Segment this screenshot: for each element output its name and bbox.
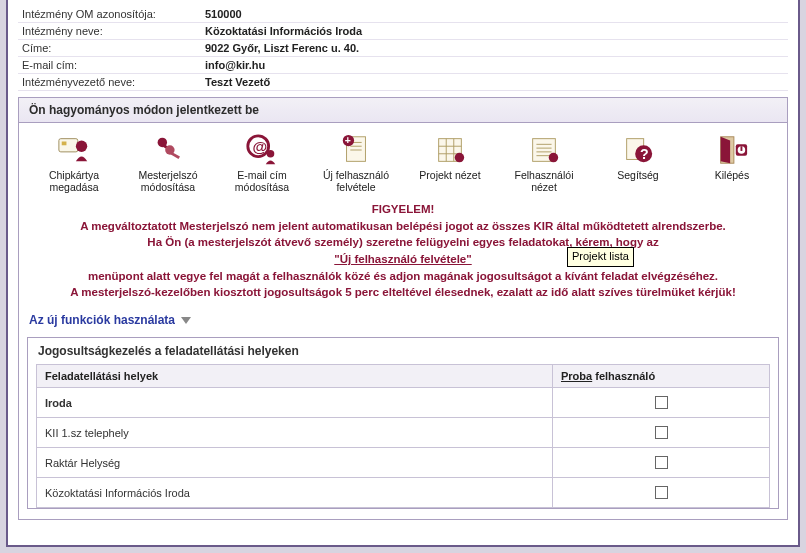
grid-sheet-icon <box>433 133 467 167</box>
value-om: 510000 <box>201 6 788 23</box>
value-address: 9022 Győr, Liszt Ferenc u. 40. <box>201 40 788 57</box>
notice-link[interactable]: "Új felhasználó felvétele" <box>334 253 471 265</box>
label-name: Intézmény neve: <box>18 23 201 40</box>
svg-rect-0 <box>59 139 78 152</box>
list-sheet-icon <box>527 133 561 167</box>
toolbar-label: Segítség <box>617 169 658 181</box>
keys-icon <box>151 133 185 167</box>
svg-point-9 <box>267 150 275 158</box>
at-person-icon: @ <box>245 133 279 167</box>
checkbox-cell <box>553 418 770 448</box>
permission-checkbox[interactable] <box>655 426 668 439</box>
label-address: Címe: <box>18 40 201 57</box>
warning-notice: FIGYELEM! A megváltoztatott Mesterjelszó… <box>27 199 779 307</box>
location-cell: Raktár Helység <box>37 448 553 478</box>
toolbar-label: Új felhasználó felvétele <box>316 169 396 193</box>
masterpw-button[interactable]: Mesterjelszó módosítása <box>128 133 208 193</box>
svg-point-2 <box>76 141 87 152</box>
expander-label: Az új funkciók használata <box>29 313 175 327</box>
table-row: KII 1.sz telephely <box>37 418 770 448</box>
svg-rect-34 <box>741 146 743 151</box>
permissions-title: Jogosultságkezelés a feladatellátási hel… <box>28 338 778 360</box>
col-user: Proba felhasználó <box>553 365 770 388</box>
toolbar-label: Kilépés <box>715 169 749 181</box>
value-leader: Teszt Vezető <box>201 74 788 91</box>
toolbar-label: E-mail cím módosítása <box>222 169 302 193</box>
svg-text:?: ? <box>640 146 649 162</box>
project-view-button[interactable]: Projekt nézet <box>410 133 490 181</box>
new-features-expander[interactable]: Az új funkciók használata <box>27 307 191 329</box>
label-leader: Intézményvezető neve: <box>18 74 201 91</box>
notice-line: menüpont alatt vegye fel magát a felhasz… <box>37 268 769 285</box>
hover-tooltip: Projekt lista <box>567 247 634 267</box>
institution-info: Intézmény OM azonosítója: 510000 Intézmé… <box>18 6 788 91</box>
permissions-panel: Jogosultságkezelés a feladatellátási hel… <box>27 337 779 509</box>
notice-heading: FIGYELEM! <box>37 201 769 218</box>
value-name: Közoktatási Információs Iroda <box>201 23 788 40</box>
card-person-icon <box>57 133 91 167</box>
svg-rect-6 <box>170 152 180 159</box>
chipcard-button[interactable]: Chipkártya megadása <box>34 133 114 193</box>
svg-point-21 <box>455 153 464 162</box>
permissions-table: Feladatellátási helyek Proba felhasználó… <box>36 364 770 508</box>
location-cell: Iroda <box>37 388 553 418</box>
content-box: Chipkártya megadása Mesterjelszó módosít… <box>18 123 788 520</box>
exit-door-icon <box>715 133 749 167</box>
email-edit-button[interactable]: @ E-mail cím módosítása <box>222 133 302 193</box>
svg-point-27 <box>549 153 558 162</box>
label-om: Intézmény OM azonosítója: <box>18 6 201 23</box>
help-button[interactable]: ? Segítség <box>598 133 678 181</box>
checkbox-cell <box>553 448 770 478</box>
toolbar-label: Projekt nézet <box>419 169 480 181</box>
toolbar-label: Mesterjelszó módosítása <box>128 169 208 193</box>
main-panel: Intézmény OM azonosítója: 510000 Intézmé… <box>6 0 800 547</box>
checkbox-cell <box>553 478 770 508</box>
newuser-button[interactable]: + Új felhasználó felvétele <box>316 133 396 193</box>
chevron-down-icon <box>181 317 191 324</box>
svg-rect-1 <box>62 142 67 146</box>
login-mode-bar: Ön hagyományos módon jelentkezett be <box>18 97 788 123</box>
toolbar-label: Felhasználói nézet <box>504 169 584 193</box>
checkbox-cell <box>553 388 770 418</box>
sheet-plus-icon: + <box>339 133 373 167</box>
toolbar-label: Chipkártya megadása <box>34 169 114 193</box>
notice-line: A mesterjelszó-kezelőben kiosztott jogos… <box>37 284 769 301</box>
permission-checkbox[interactable] <box>655 456 668 469</box>
permission-checkbox[interactable] <box>655 486 668 499</box>
notice-line: A megváltoztatott Mesterjelszó nem jelen… <box>37 218 769 235</box>
col-locations: Feladatellátási helyek <box>37 365 553 388</box>
table-row: Raktár Helység <box>37 448 770 478</box>
user-view-button[interactable]: Felhasználói nézet <box>504 133 584 193</box>
svg-text:+: + <box>345 135 351 146</box>
svg-text:@: @ <box>253 138 268 155</box>
logout-button[interactable]: Kilépés <box>692 133 772 181</box>
toolbar: Chipkártya megadása Mesterjelszó módosít… <box>27 129 779 199</box>
location-cell: KII 1.sz telephely <box>37 418 553 448</box>
notice-line: Ha Ön (a mesterjelszót átvevő személy) s… <box>37 234 769 267</box>
table-row: Közoktatási Információs Iroda <box>37 478 770 508</box>
location-cell: Közoktatási Információs Iroda <box>37 478 553 508</box>
help-icon: ? <box>621 133 655 167</box>
permission-checkbox[interactable] <box>655 396 668 409</box>
table-row: Iroda <box>37 388 770 418</box>
value-email: info@kir.hu <box>201 57 788 74</box>
user-link[interactable]: Proba <box>561 370 592 382</box>
label-email: E-mail cím: <box>18 57 201 74</box>
